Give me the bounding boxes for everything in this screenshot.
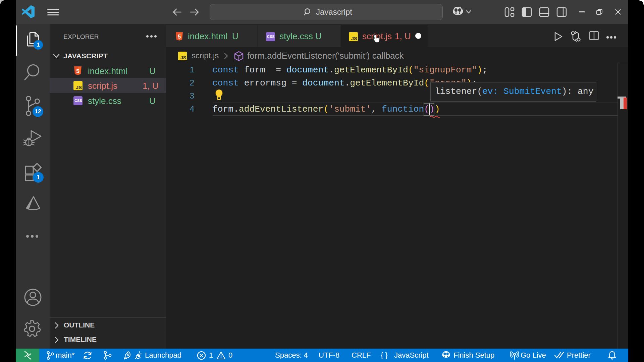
svg-text:5: 5	[178, 34, 181, 40]
svg-text:5: 5	[76, 68, 79, 74]
